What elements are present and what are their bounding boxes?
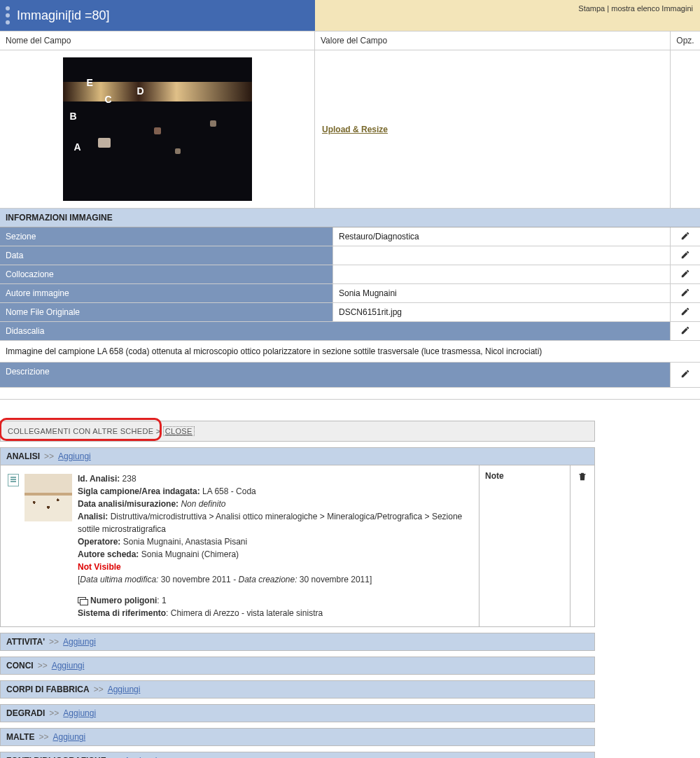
attivita-section: ATTIVITA'>>Aggiungi (0, 633, 595, 651)
edit-icon[interactable] (680, 288, 690, 300)
close-link[interactable]: CLOSE (163, 426, 195, 436)
mostra-elenco-link[interactable]: mostra elenco Immagini (611, 4, 693, 13)
label-B: B (70, 111, 77, 122)
upload-cell: Upload & Resize (315, 50, 671, 208)
decoration-dots (6, 6, 10, 24)
corpi-section: CORPI DI FABBRICA>>Aggiungi (0, 680, 595, 699)
info-immagine-header: INFORMAZIONI IMMAGINE (0, 209, 700, 227)
field-label: Data (0, 246, 333, 265)
analisi-card: Id. Analisi: 238 Sigla campione/Area ind… (0, 465, 595, 627)
analisi-details: Id. Analisi: 238 Sigla campione/Area ind… (78, 472, 472, 619)
sample-image[interactable]: E D C B A (63, 57, 252, 201)
trash-icon[interactable] (578, 471, 587, 484)
field-data: Data (0, 246, 700, 265)
aggiungi-link[interactable]: Aggiungi (108, 685, 141, 694)
descrizione-text (0, 388, 671, 399)
collegamenti-header: COLLEGAMENTI CON ALTRE SCHEDE > CLOSE (0, 421, 595, 442)
image-opz-cell (671, 50, 700, 208)
field-label: Autore immagine (0, 284, 333, 302)
field-collocazione: Collocazione (0, 265, 700, 284)
label-A: A (74, 141, 81, 153)
aggiungi-link[interactable]: Aggiungi (63, 637, 96, 647)
stampa-link[interactable]: Stampa (578, 4, 605, 13)
header-right: Stampa | mostra elenco Immagini (315, 0, 700, 31)
collegamenti-title: COLLEGAMENTI CON ALTRE SCHEDE (8, 427, 153, 435)
field-value: DSCN6151rit.jpg (333, 303, 671, 321)
aggiungi-link[interactable]: Aggiungi (63, 708, 96, 718)
degradi-section: DEGRADI>>Aggiungi (0, 704, 595, 722)
polygon-icon (78, 597, 88, 605)
field-value: Restauro/Diagnostica (333, 227, 671, 246)
label-E: E (87, 77, 93, 88)
analisi-title: ANALISI (6, 451, 40, 461)
edit-icon[interactable] (680, 269, 690, 281)
page-header: Immagini[id =80] Stampa | mostra elenco … (0, 0, 700, 31)
field-descrizione-text-row (0, 388, 700, 400)
col-valore: Valore del Campo (315, 31, 671, 50)
field-nomefile: Nome File Originale DSCN6151rit.jpg (0, 303, 700, 322)
field-value: Sonia Mugnaini (333, 284, 671, 302)
field-autore: Autore immagine Sonia Mugnaini (0, 284, 700, 303)
field-didascalia-text-row: Immagine del campione LA 658 (coda) otte… (0, 341, 700, 363)
didascalia-text: Immagine del campione LA 658 (coda) otte… (0, 341, 671, 362)
label-D: D (137, 85, 144, 97)
aggiungi-link[interactable]: Aggiungi (52, 661, 85, 671)
aggiungi-link[interactable]: Aggiungi (52, 732, 85, 742)
field-value (333, 265, 671, 283)
col-nome: Nome del Campo (0, 31, 315, 50)
conci-section: CONCI>>Aggiungi (0, 657, 595, 675)
sep: | (605, 4, 611, 13)
analisi-thumbnail[interactable] (24, 474, 72, 521)
header-left: Immagini[id =80] (0, 0, 315, 31)
label-C: C (105, 94, 112, 105)
fonti-bibliografiche-section: FONTI BIBLIOGRAFICHE>>Aggiungi (0, 752, 595, 758)
field-descrizione-label-row: Descrizione (0, 363, 700, 388)
field-label: Collocazione (0, 265, 333, 283)
edit-icon[interactable] (680, 250, 690, 262)
field-label: Descrizione (0, 363, 671, 387)
column-headers: Nome del Campo Valore del Campo Opz. (0, 31, 700, 50)
edit-icon[interactable] (680, 307, 690, 318)
malte-section: MALTE>>Aggiungi (0, 728, 595, 746)
aggiungi-link[interactable]: Aggiungi (58, 451, 91, 461)
field-value (333, 246, 671, 265)
field-didascalia-label-row: Didascalia (0, 322, 700, 341)
image-preview-cell: E D C B A (0, 50, 315, 208)
col-opz: Opz. (671, 31, 700, 50)
field-label: Didascalia (0, 322, 671, 340)
upload-resize-link[interactable]: Upload & Resize (322, 125, 388, 134)
field-label: Nome File Originale (0, 303, 333, 321)
edit-icon[interactable] (680, 231, 690, 243)
edit-icon[interactable] (680, 325, 690, 337)
image-row: E D C B A Upload & Resize (0, 50, 700, 209)
page-title: Immagini[id =80] (17, 8, 110, 23)
field-label: Sezione (0, 227, 333, 246)
note-column: Note (479, 465, 570, 626)
field-sezione: Sezione Restauro/Diagnostica (0, 227, 700, 246)
document-icon[interactable] (8, 474, 19, 486)
analisi-section-header: ANALISI>>Aggiungi (0, 447, 595, 465)
not-visible-badge: Not Visible (78, 561, 472, 573)
edit-icon[interactable] (680, 369, 690, 381)
